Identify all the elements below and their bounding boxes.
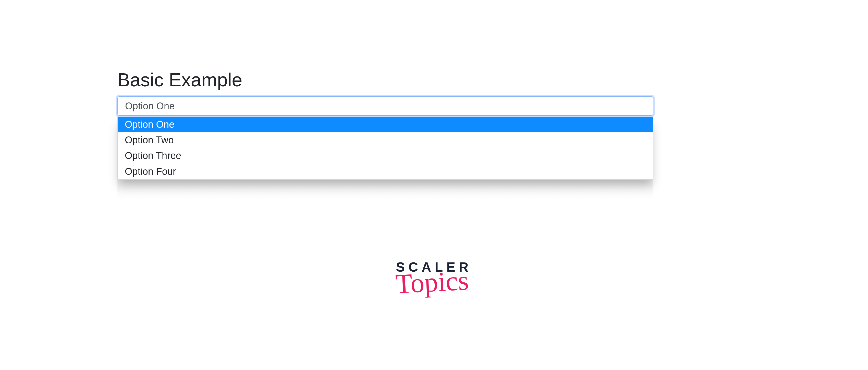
page-title: Basic Example [117, 69, 653, 91]
brand-text-topics: Topics [393, 267, 471, 297]
dropdown-option-four[interactable]: Option Four [118, 164, 653, 179]
example-card: Basic Example Option One Option One Opti… [117, 69, 653, 116]
dropdown-option-three[interactable]: Option Three [118, 148, 653, 164]
select-wrapper: Option One Option One Option Two Option … [117, 96, 653, 116]
brand-logo: SCALER Topics [396, 259, 472, 295]
dropdown-option-two[interactable]: Option Two [118, 132, 653, 148]
select-input[interactable]: Option One [117, 96, 653, 116]
dropdown-list: Option One Option Two Option Three Optio… [117, 117, 653, 180]
dropdown-option-one[interactable]: Option One [118, 117, 653, 132]
